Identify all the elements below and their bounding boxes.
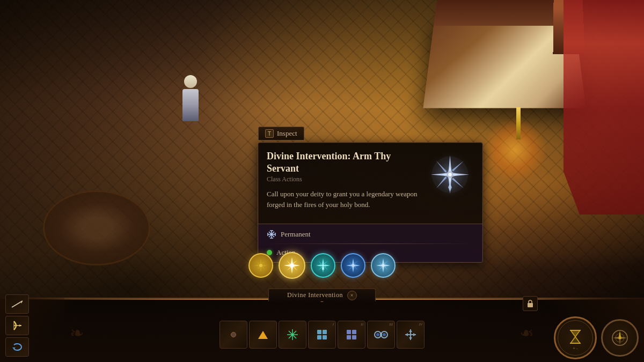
svg-rect-74 (317, 335, 321, 339)
action-slot-dot[interactable] (219, 321, 247, 349)
hud-right-area: + - (554, 316, 639, 359)
svg-marker-42 (324, 264, 331, 267)
svg-marker-39 (322, 258, 324, 265)
character-body (182, 89, 199, 121)
svg-marker-61 (384, 264, 391, 267)
svg-marker-49 (352, 258, 354, 265)
svg-marker-44 (324, 261, 328, 264)
svg-marker-63 (384, 261, 388, 264)
card-description: Call upon your deity to grant you a lege… (267, 189, 419, 210)
svg-rect-73 (323, 330, 327, 334)
svg-marker-60 (376, 264, 383, 267)
lock-button[interactable] (523, 296, 538, 311)
svg-rect-82 (380, 333, 382, 336)
variant-icon-3[interactable] (311, 253, 335, 278)
svg-marker-50 (352, 267, 354, 273)
svg-marker-36 (287, 267, 291, 271)
hud-clock-button[interactable]: + - (554, 316, 597, 359)
svg-marker-27 (257, 267, 260, 270)
permanent-label: Permanent (281, 230, 311, 239)
svg-marker-45 (318, 267, 322, 270)
variant-icon-4[interactable] (341, 253, 365, 278)
lock-icon (526, 299, 534, 308)
bow-icon (10, 320, 25, 331)
svg-marker-56 (354, 267, 358, 270)
character (177, 75, 204, 129)
action-slot-triangle[interactable] (249, 321, 277, 349)
action-slot-grid-2[interactable]: II (338, 321, 365, 349)
svg-marker-43 (318, 261, 322, 264)
dot-icon (231, 332, 236, 337)
inspect-key: T (265, 129, 274, 138)
card-text: Divine Intervention: Arm Thy Servant Cla… (267, 150, 419, 216)
svg-point-71 (291, 334, 294, 336)
spell-bar-close-button[interactable]: × (347, 291, 357, 300)
svg-marker-24 (262, 265, 267, 267)
svg-marker-88 (409, 337, 412, 340)
hud-cycle-button[interactable] (5, 337, 29, 357)
triangle-icon (258, 331, 268, 339)
svg-marker-41 (316, 264, 323, 267)
svg-point-83 (376, 333, 379, 336)
action-slot-snowflake[interactable] (279, 321, 306, 349)
action-slot-grid-1[interactable]: I (308, 321, 336, 349)
svg-marker-34 (287, 260, 291, 264)
compass-icon (610, 328, 630, 348)
sword-icon (10, 299, 25, 309)
svg-marker-46 (324, 267, 328, 270)
round-rug (43, 190, 150, 265)
svg-marker-62 (378, 261, 382, 264)
svg-point-66 (382, 264, 385, 267)
svg-marker-37 (293, 267, 297, 271)
permanent-property: Permanent (267, 230, 474, 239)
card-divider (267, 243, 474, 244)
svg-marker-89 (405, 333, 408, 336)
snowflake-icon (286, 328, 299, 341)
slot-row: I II III (219, 321, 425, 349)
candle-stick (516, 107, 521, 139)
tooltip-card: T Inspect Divine Intervention: Arm Thy S… (258, 142, 483, 263)
svg-rect-76 (347, 330, 351, 334)
svg-point-20 (270, 233, 273, 235)
card-spell-icon (426, 150, 474, 198)
svg-point-57 (352, 264, 355, 267)
svg-point-47 (322, 264, 325, 267)
variant-icon-2[interactable] (279, 252, 305, 279)
inspect-label: Inspect (277, 129, 297, 138)
action-slot-arrows[interactable]: IV (397, 321, 425, 349)
scroll-ornament-left: ❧ (70, 323, 84, 343)
svg-marker-53 (348, 261, 352, 264)
svg-point-107 (619, 337, 621, 339)
svg-marker-65 (384, 267, 388, 270)
card-title: Divine Intervention: Arm Thy Servant (267, 150, 419, 174)
divine-intervention-icon (427, 152, 473, 197)
svg-marker-35 (293, 260, 297, 264)
candle-light (483, 118, 547, 182)
svg-marker-90 (413, 333, 416, 336)
svg-rect-48 (322, 267, 324, 270)
binoculars-icon (374, 329, 388, 340)
svg-point-10 (448, 173, 452, 176)
variant-icon-1[interactable] (248, 253, 273, 278)
card-subtitle: Class Actions (267, 175, 419, 183)
hud-bow-button[interactable] (5, 316, 29, 335)
svg-rect-79 (352, 335, 356, 339)
grid-1-icon (316, 329, 328, 341)
variant-icons-container (248, 252, 396, 279)
svg-marker-22 (260, 267, 262, 272)
cycle-icon (10, 342, 25, 352)
svg-marker-25 (257, 261, 260, 264)
action-slot-binoculars[interactable]: III (367, 321, 395, 349)
spell-bar-name: Divine Intervention (287, 291, 343, 299)
hud-sword-button[interactable] (5, 294, 29, 314)
svg-marker-64 (378, 267, 382, 270)
svg-line-91 (12, 301, 23, 307)
svg-marker-59 (382, 267, 384, 273)
hud-compass-button[interactable] (601, 319, 639, 357)
curtain (564, 0, 644, 215)
inspect-tab[interactable]: T Inspect (258, 127, 304, 140)
hud-bar: Select Variant ▲ (0, 298, 644, 362)
svg-marker-23 (254, 265, 260, 267)
svg-marker-58 (382, 258, 384, 265)
variant-icon-5[interactable] (371, 253, 396, 278)
